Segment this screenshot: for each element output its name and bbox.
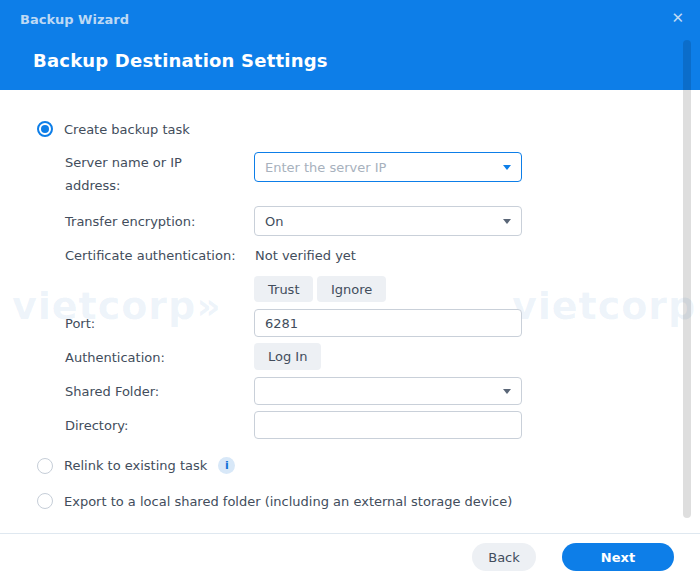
shared-folder-select[interactable] [254,377,522,405]
radio-export-label[interactable]: Export to a local shared folder (includi… [64,494,512,509]
radio-row-relink: Relink to existing task i [37,457,235,474]
radio-row-export: Export to a local shared folder (includi… [37,493,512,509]
backup-wizard-dialog: vietcorp» vietcorp» Backup Wizard ✕ Back… [0,0,700,580]
radio-export[interactable] [37,493,53,509]
radio-row-create-backup-task: Create backup task [37,121,190,137]
titlebar: Backup Wizard ✕ Backup Destination Setti… [0,0,700,90]
chevron-down-icon[interactable] [503,219,511,224]
scrollbar-thumb[interactable] [683,40,691,518]
authentication-label: Authentication: [65,350,165,365]
watermark: vietcorp» [512,284,700,328]
transfer-encryption-value: On [265,214,283,229]
port-label: Port: [65,316,95,331]
radio-relink-label[interactable]: Relink to existing task [64,458,207,473]
server-ip-combobox[interactable] [254,152,522,182]
window-title: Backup Wizard [20,12,129,27]
page-title: Backup Destination Settings [33,50,328,71]
radio-create-backup-task[interactable] [37,121,53,137]
certificate-auth-status: Not verified yet [255,248,356,263]
chevron-down-icon[interactable] [503,165,511,170]
certificate-auth-label: Certificate authentication: [65,248,236,263]
shared-folder-label: Shared Folder: [65,384,159,399]
directory-label: Directory: [65,418,128,433]
log-in-button[interactable]: Log In [254,343,321,370]
directory-input[interactable] [254,411,522,439]
server-ip-label: Server name or IP address: [65,151,235,197]
back-button[interactable]: Back [472,543,536,571]
close-icon[interactable]: ✕ [671,9,684,27]
watermark: vietcorp» [12,284,222,328]
radio-create-label[interactable]: Create backup task [64,122,190,137]
trust-button[interactable]: Trust [254,276,313,302]
footer: Back Next [0,533,700,580]
port-input[interactable] [254,309,522,337]
chevron-down-icon[interactable] [503,389,511,394]
server-ip-input[interactable] [265,160,495,175]
radio-relink[interactable] [37,458,53,474]
info-icon[interactable]: i [218,457,235,474]
transfer-encryption-select[interactable]: On [254,206,522,236]
transfer-encryption-label: Transfer encryption: [65,214,195,229]
ignore-button[interactable]: Ignore [317,276,386,302]
next-button[interactable]: Next [562,543,674,571]
